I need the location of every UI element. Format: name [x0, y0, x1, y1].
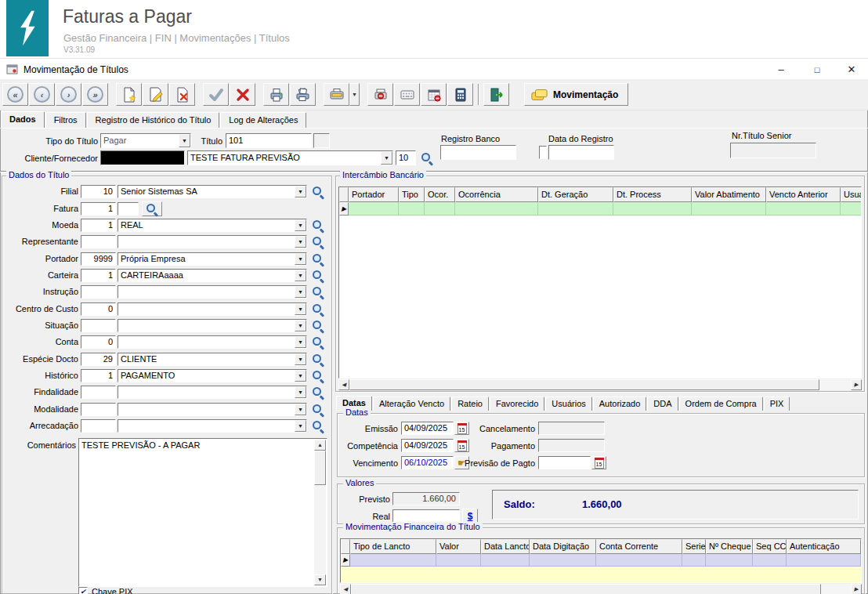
- send-button[interactable]: [324, 83, 349, 106]
- intercambio-hscrollbar[interactable]: ◀ ▶: [338, 379, 862, 390]
- chevron-down-icon[interactable]: ▼: [179, 134, 190, 147]
- findalidade-code-field[interactable]: [81, 386, 116, 399]
- filial-combo[interactable]: Senior Sistemas SA▼: [118, 185, 307, 198]
- previsao-pagto-field[interactable]: [538, 456, 591, 469]
- col-portador[interactable]: Portador: [349, 187, 399, 202]
- vencimento-field[interactable]: 06/10/2025: [401, 456, 454, 469]
- minimize-button[interactable]: –: [765, 59, 797, 80]
- fatura-code-field[interactable]: 1: [81, 202, 116, 216]
- calendar-remove-button[interactable]: [421, 83, 447, 106]
- modalidade-combo[interactable]: ▼: [118, 403, 307, 416]
- conta-combo[interactable]: ▼: [118, 335, 307, 349]
- close-button[interactable]: ✕: [835, 59, 868, 80]
- search-icon[interactable]: [312, 386, 324, 399]
- mov-financeira-hscrollbar[interactable]: ◀ ▶: [340, 584, 862, 594]
- historico-combo[interactable]: PAGAMENTO▼: [118, 369, 307, 382]
- scrollbar-thumb[interactable]: [351, 584, 821, 594]
- nav-last-button[interactable]: »: [82, 83, 108, 106]
- col-valor-abatimento[interactable]: Valor Abatimento: [692, 187, 766, 202]
- tab-dados[interactable]: Dados: [1, 111, 45, 128]
- titulo-field[interactable]: 101: [226, 133, 312, 148]
- chevron-down-icon[interactable]: ▼: [295, 386, 306, 398]
- situacao-combo[interactable]: ▼: [118, 319, 307, 332]
- maximize-button[interactable]: □: [801, 59, 834, 80]
- search-icon[interactable]: [312, 370, 324, 382]
- exit-button[interactable]: [483, 83, 509, 106]
- tab-alteracao-vencto[interactable]: Alteração Vencto: [373, 397, 450, 411]
- card-button[interactable]: [394, 83, 420, 106]
- col-serie[interactable]: Serie: [682, 539, 706, 554]
- findalidade-combo[interactable]: ▼: [118, 386, 307, 399]
- nav-next-button[interactable]: ›: [56, 83, 81, 106]
- send-dropdown-button[interactable]: ▼: [349, 83, 360, 106]
- carteira-code-field[interactable]: 1: [81, 269, 116, 282]
- representante-combo[interactable]: ▼: [118, 235, 307, 248]
- cliente-seq-field[interactable]: 10: [396, 150, 416, 165]
- tab-autorizado[interactable]: Autorizado: [593, 397, 647, 411]
- tab-pix[interactable]: PIX: [764, 397, 790, 411]
- cancel-button[interactable]: [230, 83, 255, 106]
- previsao-pagto-date-button[interactable]: 15: [591, 456, 606, 469]
- col-tipo-lancto[interactable]: Tipo de Lancto: [350, 539, 436, 554]
- chevron-down-icon[interactable]: ▼: [295, 186, 306, 197]
- chevron-down-icon[interactable]: ▼: [295, 370, 306, 382]
- representante-code-field[interactable]: [81, 235, 116, 248]
- emissao-field[interactable]: 04/09/2025: [401, 422, 454, 435]
- print-cancel-button[interactable]: [367, 83, 393, 106]
- search-icon[interactable]: [312, 353, 324, 366]
- tab-dda[interactable]: DDA: [647, 397, 678, 411]
- situacao-code-field[interactable]: [81, 319, 116, 332]
- search-icon[interactable]: [312, 236, 324, 248]
- chevron-down-icon[interactable]: ▼: [295, 320, 306, 331]
- col-conta-corrente[interactable]: Conta Corrente: [596, 539, 682, 554]
- centro-custo-code-field[interactable]: 0: [81, 302, 116, 316]
- tab-usuarios[interactable]: Usuários: [545, 397, 591, 411]
- col-usuario[interactable]: Usuário: [841, 187, 862, 202]
- chevron-down-icon[interactable]: ▼: [295, 219, 306, 231]
- scroll-up-icon[interactable]: ▲: [314, 440, 326, 451]
- portador-combo[interactable]: Própria Empresa▼: [118, 252, 307, 266]
- chevron-down-icon[interactable]: ▼: [295, 353, 306, 365]
- col-dt-process[interactable]: Dt. Process: [613, 187, 692, 202]
- historico-code-field[interactable]: 1: [81, 369, 116, 382]
- scroll-down-icon[interactable]: ▼: [314, 574, 326, 585]
- moeda-code-field[interactable]: 1: [81, 219, 116, 232]
- window-titlebar[interactable]: Movimentação de Títulos – □ ✕: [0, 58, 868, 79]
- scrollbar-thumb[interactable]: [349, 379, 819, 390]
- competencia-field[interactable]: 04/09/2025: [401, 439, 454, 452]
- tab-favorecido[interactable]: Favorecido: [490, 397, 544, 411]
- tab-filtros[interactable]: Filtros: [45, 112, 86, 128]
- search-icon[interactable]: [312, 253, 324, 266]
- search-icon[interactable]: [312, 286, 324, 299]
- print-button[interactable]: [263, 83, 289, 106]
- chave-pix-checkbox[interactable]: ✔ Chave PIX: [78, 587, 133, 594]
- search-icon[interactable]: [312, 320, 324, 332]
- print-preview-button[interactable]: [290, 83, 316, 106]
- tab-registro-historico[interactable]: Registro de Histórico do Título: [87, 112, 220, 128]
- comentarios-scrollbar[interactable]: ▲ ▼: [314, 440, 326, 585]
- search-icon[interactable]: [421, 152, 433, 165]
- col-n-cheque[interactable]: Nº Cheque: [706, 539, 753, 554]
- modalidade-code-field[interactable]: [81, 403, 116, 416]
- col-ocor[interactable]: Ocor.: [425, 187, 455, 202]
- especie-docto-combo[interactable]: CLIENTE▼: [118, 353, 307, 366]
- new-record-button[interactable]: [116, 83, 142, 106]
- cliente-fornecedor-code-field[interactable]: [100, 150, 185, 165]
- col-autenticacao[interactable]: Autenticação: [787, 539, 861, 554]
- fatura-aux-field[interactable]: [118, 202, 139, 216]
- chevron-down-icon[interactable]: ▼: [295, 236, 306, 248]
- scroll-left-icon[interactable]: ◀: [340, 584, 351, 594]
- conta-code-field[interactable]: 0: [81, 335, 116, 349]
- fatura-search-button[interactable]: [142, 201, 162, 216]
- data-registro-field[interactable]: [548, 145, 614, 160]
- chevron-down-icon[interactable]: ▼: [295, 404, 306, 415]
- intercambio-grid[interactable]: Portador Tipo Ocor. Ocorrência Dt. Geraç…: [338, 187, 862, 378]
- moeda-combo[interactable]: REAL▼: [118, 219, 307, 232]
- tab-ordem-de-compra[interactable]: Ordem de Compra: [679, 397, 763, 411]
- arrecadacao-combo[interactable]: ▼: [118, 419, 307, 433]
- portador-code-field[interactable]: 9999: [81, 252, 116, 266]
- col-valor[interactable]: Valor: [436, 539, 481, 554]
- centro-custo-combo[interactable]: ▼: [118, 302, 307, 316]
- arrecadacao-code-field[interactable]: [81, 419, 116, 433]
- delete-record-button[interactable]: [169, 83, 195, 106]
